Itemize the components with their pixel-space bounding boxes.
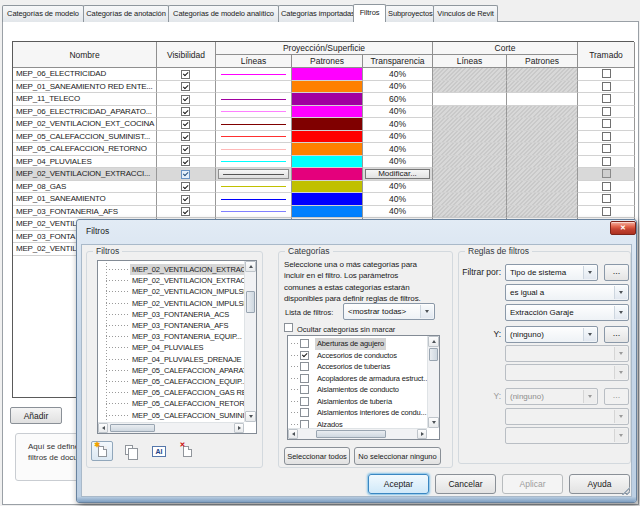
- category-checkbox[interactable]: [300, 362, 309, 371]
- visibility-checkbox[interactable]: [181, 107, 190, 116]
- rule-more-button[interactable]: ...: [604, 264, 629, 281]
- cut-lines-cell[interactable]: [433, 156, 507, 169]
- rule-more-button[interactable]: ...: [604, 388, 629, 405]
- projection-lines-cell[interactable]: [216, 168, 292, 181]
- projection-pattern-cell[interactable]: [292, 168, 363, 181]
- table-row-name[interactable]: MEP_06_ELECTRICIDAD_APARATO...: [13, 106, 157, 119]
- table-row-name[interactable]: MEP_05_CALEFACCION_SUMINIST...: [13, 131, 157, 144]
- projection-lines-cell[interactable]: [216, 93, 292, 106]
- cut-pattern-cell[interactable]: [507, 156, 578, 169]
- filter-list-item[interactable]: MEP_03_FONTANERIA_AFS: [98, 320, 243, 331]
- scroll-down-button[interactable]: [245, 411, 256, 422]
- projection-pattern-cell[interactable]: [292, 193, 363, 206]
- table-row-name[interactable]: MEP_01_SANEAMIENTO: [13, 193, 157, 206]
- transparency-cell[interactable]: 40%: [363, 143, 433, 156]
- halftone-checkbox[interactable]: [602, 94, 611, 103]
- tab-v-nculos-de-revit[interactable]: Vínculos de Revit: [433, 5, 498, 22]
- visibility-cell[interactable]: [157, 181, 216, 194]
- visibility-cell[interactable]: [157, 206, 216, 219]
- projection-lines-cell[interactable]: [216, 206, 292, 219]
- halftone-checkbox[interactable]: [602, 119, 611, 128]
- category-item[interactable]: Aislamientos interiores de condu...: [288, 407, 426, 419]
- halftone-cell[interactable]: [578, 81, 635, 94]
- scroll-thumb[interactable]: [429, 348, 438, 361]
- tab-categor-as-de-modelo[interactable]: Categorías de modelo: [2, 5, 84, 22]
- cut-lines-cell[interactable]: [433, 81, 507, 94]
- visibility-checkbox[interactable]: [181, 195, 190, 204]
- category-item[interactable]: Acopladores de armadura estruct...: [288, 373, 426, 385]
- transparency-cell[interactable]: 40%: [363, 181, 433, 194]
- transparency-cell[interactable]: 40%: [363, 81, 433, 94]
- transparency-cell[interactable]: 40%: [363, 193, 433, 206]
- halftone-checkbox[interactable]: [602, 182, 611, 191]
- filter-list-item[interactable]: MEP_05_CALEFACCION_GAS RE: [98, 387, 243, 398]
- visibility-cell[interactable]: [157, 118, 216, 131]
- duplicate-filter-button[interactable]: [119, 441, 141, 461]
- cut-lines-cell[interactable]: [433, 93, 507, 106]
- halftone-cell[interactable]: [578, 118, 635, 131]
- filter-list-item[interactable]: MEP_04_PLUVIALES: [98, 342, 243, 353]
- visibility-checkbox[interactable]: [181, 207, 190, 216]
- visibility-checkbox[interactable]: [181, 157, 190, 166]
- cut-lines-cell[interactable]: [433, 118, 507, 131]
- filter-list-item[interactable]: MEP_05_CALEFACCION_EQUIP..: [98, 376, 243, 387]
- table-row-name[interactable]: MEP_04_PLUVIALES: [13, 156, 157, 169]
- projection-pattern-cell[interactable]: [292, 131, 363, 144]
- rule-dropdown[interactable]: [505, 345, 629, 362]
- projection-pattern-cell[interactable]: [292, 118, 363, 131]
- projection-lines-cell[interactable]: [216, 118, 292, 131]
- filter-list-item[interactable]: MEP_03_FONTANERIA_ACS: [98, 309, 243, 320]
- projection-pattern-cell[interactable]: [292, 81, 363, 94]
- halftone-cell[interactable]: [578, 68, 635, 81]
- cut-pattern-cell[interactable]: [507, 181, 578, 194]
- visibility-cell[interactable]: [157, 156, 216, 169]
- projection-pattern-cell[interactable]: [292, 156, 363, 169]
- filter-list-dropdown[interactable]: <mostrar todas>: [343, 303, 435, 320]
- filter-list-item[interactable]: MEP_04_PLUVIALES_DRENAJE: [98, 354, 243, 365]
- scroll-up-button[interactable]: [245, 261, 256, 272]
- halftone-cell[interactable]: [578, 156, 635, 169]
- table-row-name[interactable]: MEP_08_GAS: [13, 181, 157, 194]
- transparency-cell[interactable]: 40%: [363, 156, 433, 169]
- visibility-checkbox[interactable]: [181, 120, 190, 129]
- cut-lines-cell[interactable]: [433, 181, 507, 194]
- tab-subproyectos[interactable]: Subproyectos: [385, 5, 434, 22]
- visibility-checkbox[interactable]: [181, 132, 190, 141]
- scroll-left-button[interactable]: [98, 423, 108, 433]
- halftone-checkbox[interactable]: [602, 207, 611, 216]
- table-row-name[interactable]: MEP_02_VENTILACION_EXTRACCI...: [13, 168, 157, 181]
- help-button[interactable]: Ayuda: [569, 474, 630, 494]
- resize-grip[interactable]: [622, 487, 630, 495]
- category-checkbox[interactable]: [300, 397, 309, 406]
- cut-pattern-cell[interactable]: [507, 131, 578, 144]
- table-row-name[interactable]: MEP_03_FONTANERIA_AFS: [13, 206, 157, 219]
- cut-pattern-cell[interactable]: [507, 143, 578, 156]
- cut-pattern-cell[interactable]: [507, 93, 578, 106]
- table-row-name[interactable]: MEP_06_ELECTRICIDAD: [13, 68, 157, 81]
- delete-filter-button[interactable]: ✕: [176, 441, 198, 461]
- category-item[interactable]: Aislamientos de conducto: [288, 384, 426, 396]
- rule-dropdown[interactable]: [505, 364, 629, 381]
- transparency-cell[interactable]: 40%: [363, 106, 433, 119]
- halftone-cell[interactable]: [578, 93, 635, 106]
- transparency-cell[interactable]: 40%: [363, 131, 433, 144]
- transparency-cell[interactable]: 40%: [363, 68, 433, 81]
- projection-lines-cell[interactable]: [216, 181, 292, 194]
- visibility-cell[interactable]: [157, 81, 216, 94]
- visibility-cell[interactable]: [157, 106, 216, 119]
- category-checkbox[interactable]: [300, 385, 309, 394]
- table-row-name[interactable]: MEP_02_VENTILACION_EXT_COCINA: [13, 118, 157, 131]
- apply-button[interactable]: Aplicar: [502, 474, 563, 494]
- rule-dropdown[interactable]: es igual a: [505, 284, 629, 301]
- visibility-checkbox[interactable]: [181, 82, 190, 91]
- cut-pattern-cell[interactable]: [507, 81, 578, 94]
- projection-lines-cell[interactable]: [216, 106, 292, 119]
- filters-hscrollbar[interactable]: [98, 422, 244, 433]
- visibility-cell[interactable]: [157, 193, 216, 206]
- rule-dropdown[interactable]: [505, 427, 629, 444]
- select-all-button[interactable]: Seleccionar todos: [284, 447, 350, 465]
- categories-vscrollbar[interactable]: [427, 336, 439, 428]
- visibility-cell[interactable]: [157, 131, 216, 144]
- category-item[interactable]: Accesorios de tuberías: [288, 361, 426, 373]
- add-button[interactable]: Añadir: [10, 407, 62, 424]
